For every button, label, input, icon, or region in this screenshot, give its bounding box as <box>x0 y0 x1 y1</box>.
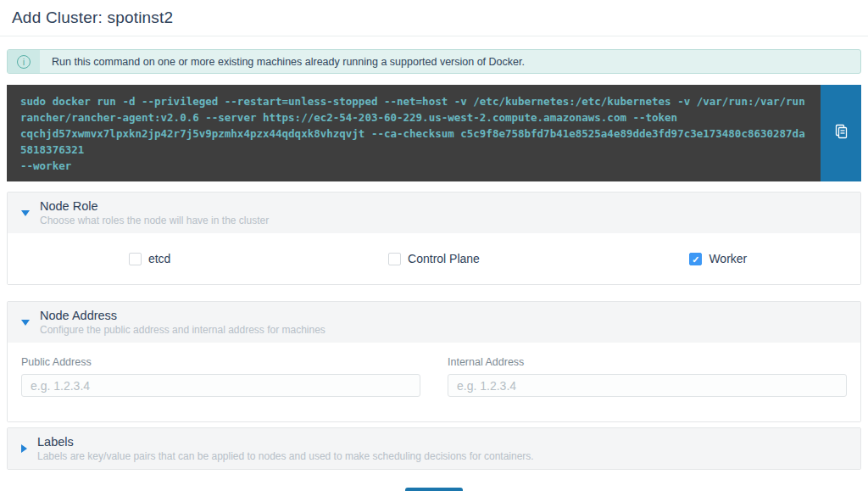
command-line: cqchjd57xwmvx7lpxkn2jp42r7j5v9pzmhx4pzx4… <box>20 126 807 158</box>
section-subtitle: Choose what roles the node will have in … <box>40 215 269 227</box>
copy-to-clipboard-button[interactable] <box>821 85 861 181</box>
collapse-toggle-icon <box>21 210 30 216</box>
command-line: --worker <box>20 158 807 174</box>
section-title: Node Role <box>40 198 269 214</box>
section-title: Labels <box>37 434 534 449</box>
info-circle-icon: i <box>17 55 31 69</box>
command-line: rancher/rancher-agent:v2.0.6 --server ht… <box>20 109 807 126</box>
public-address-field-group: Public Address <box>21 356 420 397</box>
collapse-toggle-icon <box>21 320 30 326</box>
checkbox-option-worker[interactable]: Worker <box>576 233 860 284</box>
node-role-section-header[interactable]: Node Role Choose what roles the node wil… <box>8 192 860 233</box>
field-label: Public Address <box>21 356 420 368</box>
checkbox-option-etcd[interactable]: etcd <box>8 233 292 284</box>
internal-address-input[interactable] <box>448 374 847 397</box>
control-plane-checkbox[interactable] <box>388 253 401 265</box>
form-footer: Done <box>7 488 861 491</box>
docker-command-block: sudo docker run -d --privileged --restar… <box>7 85 861 181</box>
node-role-section: Node Role Choose what roles the node wil… <box>7 192 861 285</box>
node-role-options: etcd Control Plane Worker <box>8 233 860 284</box>
section-subtitle: Labels are key/value pairs that can be a… <box>37 450 534 463</box>
labels-section: Labels Labels are key/value pairs that c… <box>7 427 861 470</box>
section-subtitle: Configure the public address and interna… <box>40 324 326 337</box>
page-title: Add Cluster: spotinst2 <box>12 8 868 27</box>
done-button[interactable]: Done <box>405 488 464 491</box>
docker-command-text: sudo docker run -d --privileged --restar… <box>7 85 821 181</box>
public-address-input[interactable] <box>21 374 420 397</box>
info-banner: i Run this command on one or more existi… <box>7 49 861 74</box>
info-banner-text: Run this command on one or more existing… <box>40 50 860 73</box>
internal-address-field-group: Internal Address <box>448 356 847 397</box>
node-address-fields: Public Address Internal Address <box>8 343 860 421</box>
checkbox-option-control-plane[interactable]: Control Plane <box>292 233 576 284</box>
clipboard-copy-icon <box>833 124 849 142</box>
labels-section-header[interactable]: Labels Labels are key/value pairs that c… <box>8 428 860 469</box>
command-line: sudo docker run -d --privileged --restar… <box>20 93 807 109</box>
add-cluster-form: i Run this command on one or more existi… <box>7 49 861 491</box>
etcd-checkbox[interactable] <box>129 253 142 265</box>
node-address-section-header[interactable]: Node Address Configure the public addres… <box>8 302 860 343</box>
section-title: Node Address <box>40 308 326 323</box>
checkbox-label: etcd <box>148 252 170 265</box>
field-label: Internal Address <box>448 356 847 368</box>
checkbox-label: Control Plane <box>408 252 480 265</box>
worker-checkbox[interactable] <box>689 253 702 265</box>
page-header: Add Cluster: spotinst2 <box>0 0 868 36</box>
info-banner-icon-cell: i <box>8 50 40 73</box>
expand-toggle-icon <box>21 444 27 453</box>
node-address-section: Node Address Configure the public addres… <box>7 301 861 422</box>
checkbox-label: Worker <box>709 252 747 265</box>
